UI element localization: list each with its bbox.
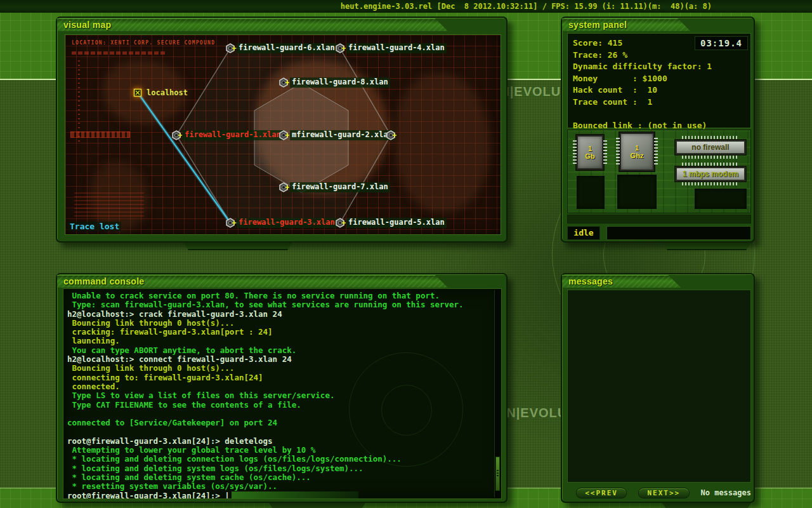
- terminal-output: Unable to crack service on port 80. Ther…: [67, 291, 491, 499]
- terminal-line: root@firewall-guard-3.xlan[24]:> deletel…: [67, 437, 491, 446]
- world-map[interactable]: LOCATION: XENTI CORP. SECURE COMPOUND lo…: [65, 34, 501, 235]
- activity-progress-bar: [606, 226, 751, 240]
- panel-title: messages: [568, 276, 613, 286]
- panel-title: command console: [63, 276, 144, 286]
- map-node-firewall-guard-5[interactable]: [334, 217, 346, 229]
- cpu-chip-icon: 1 Ghz: [620, 133, 654, 171]
- messages-list: [567, 290, 751, 483]
- engine-status-text: heut.engine-3.03.rel [Dec 8 2012.10:32:1…: [341, 2, 712, 11]
- empty-slot: [695, 189, 747, 209]
- messages-controls: <<PREV NEXT>> No messages: [567, 486, 751, 499]
- terminal-line: connected.: [67, 382, 491, 391]
- map-node-localhost[interactable]: [133, 88, 144, 99]
- activity-row: idle: [567, 226, 751, 240]
- panel-divider: [567, 215, 751, 224]
- terminal[interactable]: Unable to crack service on port 80. Ther…: [63, 288, 502, 499]
- map-node-firewall-guard-8[interactable]: [278, 77, 289, 88]
- empty-slot: [617, 175, 657, 209]
- terminal-line: [67, 427, 491, 436]
- map-node-firewall-guard-4[interactable]: [334, 43, 346, 54]
- server-node-icon: [334, 43, 346, 54]
- server-node-icon: [278, 77, 289, 88]
- mission-timer: 03:19.4: [695, 36, 748, 50]
- map-node-label-firewall-guard-2: mfirewall-guard-2.xlan: [290, 130, 395, 140]
- messages-titlebar: messages: [562, 274, 754, 288]
- map-node-firewall-guard-3[interactable]: [225, 217, 236, 229]
- console-titlebar: command console: [57, 274, 506, 288]
- map-node-label-firewall-guard-7: firewall-guard-7.xlan: [290, 182, 390, 192]
- server-node-icon: [278, 182, 289, 193]
- memory-unit: Gb: [585, 152, 594, 160]
- panel-title: visual map: [63, 20, 111, 30]
- memory-chip-icon: 1 Gb: [577, 135, 603, 170]
- map-node-label-firewall-guard-3: firewall-guard-3.xlan: [237, 218, 337, 228]
- hardware-board: 1 Gb 1 Ghz no firewall 1 mbps modem: [567, 130, 751, 213]
- cpu-unit: Ghz: [631, 152, 644, 159]
- command-console-panel: command console Unable to crack service …: [56, 273, 508, 503]
- cpu-speed: 1: [635, 144, 639, 152]
- trace-status-label: Trace lost: [68, 222, 121, 231]
- terminal-line: Unable to crack service on port 80. Ther…: [67, 291, 491, 300]
- map-node-label-firewall-guard-5: firewall-guard-5.xlan: [346, 218, 447, 228]
- map-node-node-east[interactable]: [385, 130, 396, 141]
- terminal-line: connecting to: firewall-guard-3.xlan[24]: [67, 373, 491, 382]
- terminal-scrollbar[interactable]: [494, 290, 500, 497]
- server-node-icon: [225, 217, 236, 229]
- scrollbar-thumb[interactable]: [495, 457, 500, 491]
- map-node-label-firewall-guard-6: firewall-guard-6.xlan: [237, 43, 337, 53]
- server-node-icon: [171, 130, 182, 141]
- server-node-icon: [385, 130, 396, 141]
- terminal-cursor: |: [225, 491, 230, 499]
- panel-title: system panel: [568, 20, 627, 30]
- prev-message-button[interactable]: <<PREV: [576, 488, 627, 498]
- terminal-prompt-line[interactable]: root@firewall-guard-3.xlan[24]:> |: [67, 491, 491, 499]
- modem-badge: 1 mbps modem: [676, 167, 745, 181]
- firewall-badge: no firewall: [676, 140, 745, 154]
- terminal-line: Type LS to view a list of files on this …: [67, 391, 491, 400]
- terminal-line: Bouncing link through 0 host(s)...: [67, 364, 491, 373]
- map-node-label-localhost: localhost: [145, 88, 190, 98]
- map-node-firewall-guard-7[interactable]: [278, 182, 289, 193]
- terminal-line: Attempting to lower your global trace le…: [67, 446, 491, 455]
- server-node-icon: [225, 43, 236, 54]
- memory-size: 1: [588, 145, 592, 152]
- terminal-line: * locating and deleting system logs (os/…: [67, 464, 491, 473]
- messages-panel: messages <<PREV NEXT>> No messages: [561, 273, 755, 503]
- system-panel-titlebar: system panel: [562, 18, 754, 32]
- terminal-line: connected to [Service/Gatekeeper] on por…: [67, 418, 491, 427]
- terminal-input-highlight: [232, 491, 358, 498]
- server-node-icon: [334, 217, 346, 229]
- titlebar-bright-bar: [57, 18, 448, 31]
- terminal-line: launching.: [67, 337, 491, 345]
- terminal-line: Type CAT FILENAME to see the contents of…: [67, 401, 491, 410]
- engine-status-bar: heut.engine-3.03.rel [Dec 8 2012.10:32:1…: [0, 0, 812, 13]
- visual-map-panel: visual map LOCATION: XENTI CORP. SECURE …: [56, 17, 508, 243]
- game-screen: TION|EVOLUTION TION|EVOLUTION heut.engin…: [0, 0, 812, 508]
- terminal-line: h2@localhost:> connect firewall-guard-3.…: [67, 355, 491, 364]
- terminal-line: Bouncing link through 0 host(s)...: [67, 319, 491, 328]
- activity-status: idle: [567, 226, 600, 240]
- server-node-icon: [278, 130, 289, 141]
- map-node-firewall-guard-2[interactable]: [278, 130, 289, 141]
- stats-text: Score: 415 Trace: 26 % Dynamic difficult…: [573, 37, 712, 131]
- stats-box: Score: 415 Trace: 26 % Dynamic difficult…: [567, 33, 751, 128]
- terminal-line: Type: scan firewall-guard-3.xlan, to see…: [67, 300, 491, 309]
- map-node-firewall-guard-6[interactable]: [225, 43, 236, 54]
- visual-map-titlebar: visual map: [57, 18, 506, 32]
- empty-slot: [577, 176, 605, 209]
- next-message-button[interactable]: NEXT>>: [638, 488, 689, 498]
- map-node-label-firewall-guard-1: firewall-guard-1.xlan: [183, 130, 283, 140]
- terminal-line: * locating and deleting connection logs …: [67, 455, 491, 464]
- terminal-line: * resetting system variables (os/sys/var…: [67, 482, 491, 491]
- terminal-line: * locating and deleting system cache (os…: [67, 473, 491, 482]
- terminal-line: You can type ABORT anytime, to abort the…: [67, 346, 491, 355]
- map-node-firewall-guard-1[interactable]: [171, 130, 182, 141]
- map-node-label-firewall-guard-8: firewall-guard-8.xlan: [290, 77, 390, 88]
- terminal-line: [67, 410, 491, 418]
- terminal-line: cracking: firewall-guard-3.xlan[port : 2…: [67, 328, 491, 337]
- map-node-label-firewall-guard-4: firewall-guard-4.xlan: [346, 43, 447, 53]
- terminal-line: h2@localhost:> crack firewall-guard-3.xl…: [67, 310, 491, 319]
- system-panel: system panel Score: 415 Trace: 26 % Dyna…: [561, 17, 755, 243]
- messages-empty-label: No messages: [701, 488, 751, 497]
- localhost-node-icon: [133, 88, 143, 98]
